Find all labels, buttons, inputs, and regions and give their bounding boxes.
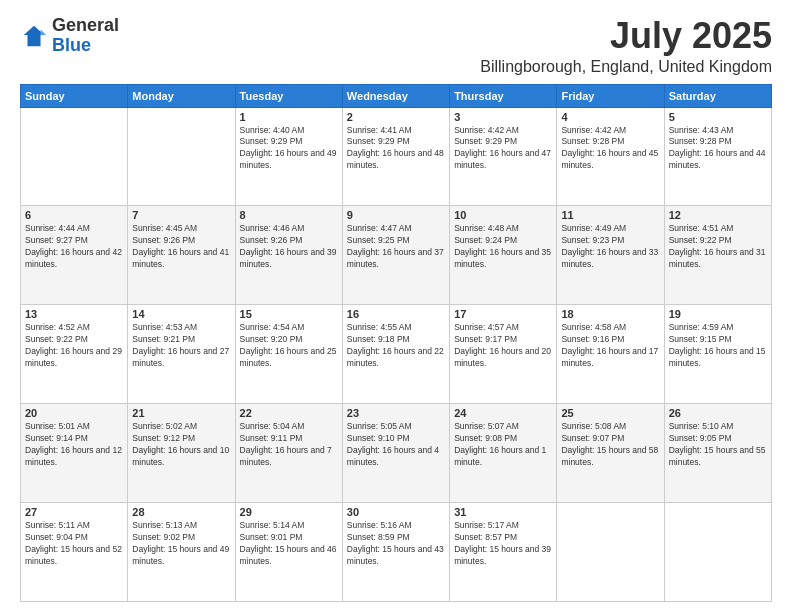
- day-cell: 26Sunrise: 5:10 AMSunset: 9:05 PMDayligh…: [664, 404, 771, 503]
- logo-text: General Blue: [52, 16, 119, 56]
- day-number: 5: [669, 111, 767, 123]
- day-cell: 24Sunrise: 5:07 AMSunset: 9:08 PMDayligh…: [450, 404, 557, 503]
- day-number: 17: [454, 308, 552, 320]
- day-cell: 3Sunrise: 4:42 AMSunset: 9:29 PMDaylight…: [450, 107, 557, 206]
- day-info: Sunrise: 4:54 AMSunset: 9:20 PMDaylight:…: [240, 322, 338, 370]
- day-cell: 11Sunrise: 4:49 AMSunset: 9:23 PMDayligh…: [557, 206, 664, 305]
- day-cell: 1Sunrise: 4:40 AMSunset: 9:29 PMDaylight…: [235, 107, 342, 206]
- day-cell: 7Sunrise: 4:45 AMSunset: 9:26 PMDaylight…: [128, 206, 235, 305]
- day-info: Sunrise: 5:08 AMSunset: 9:07 PMDaylight:…: [561, 421, 659, 469]
- day-cell: 31Sunrise: 5:17 AMSunset: 8:57 PMDayligh…: [450, 503, 557, 602]
- header-row: SundayMondayTuesdayWednesdayThursdayFrid…: [21, 84, 772, 107]
- week-row-5: 27Sunrise: 5:11 AMSunset: 9:04 PMDayligh…: [21, 503, 772, 602]
- logo: General Blue: [20, 16, 119, 56]
- day-number: 3: [454, 111, 552, 123]
- day-number: 18: [561, 308, 659, 320]
- day-info: Sunrise: 4:53 AMSunset: 9:21 PMDaylight:…: [132, 322, 230, 370]
- day-cell: 14Sunrise: 4:53 AMSunset: 9:21 PMDayligh…: [128, 305, 235, 404]
- day-number: 11: [561, 209, 659, 221]
- day-cell: 30Sunrise: 5:16 AMSunset: 8:59 PMDayligh…: [342, 503, 449, 602]
- day-number: 15: [240, 308, 338, 320]
- day-info: Sunrise: 5:11 AMSunset: 9:04 PMDaylight:…: [25, 520, 123, 568]
- logo-general-text: General: [52, 16, 119, 36]
- day-cell: 12Sunrise: 4:51 AMSunset: 9:22 PMDayligh…: [664, 206, 771, 305]
- day-cell: [557, 503, 664, 602]
- day-cell: 6Sunrise: 4:44 AMSunset: 9:27 PMDaylight…: [21, 206, 128, 305]
- day-info: Sunrise: 4:46 AMSunset: 9:26 PMDaylight:…: [240, 223, 338, 271]
- week-row-2: 6Sunrise: 4:44 AMSunset: 9:27 PMDaylight…: [21, 206, 772, 305]
- day-info: Sunrise: 5:16 AMSunset: 8:59 PMDaylight:…: [347, 520, 445, 568]
- calendar-table: SundayMondayTuesdayWednesdayThursdayFrid…: [20, 84, 772, 602]
- day-header-tuesday: Tuesday: [235, 84, 342, 107]
- day-info: Sunrise: 4:45 AMSunset: 9:26 PMDaylight:…: [132, 223, 230, 271]
- day-info: Sunrise: 5:01 AMSunset: 9:14 PMDaylight:…: [25, 421, 123, 469]
- day-number: 31: [454, 506, 552, 518]
- day-number: 28: [132, 506, 230, 518]
- logo-blue-text: Blue: [52, 36, 119, 56]
- day-cell: 19Sunrise: 4:59 AMSunset: 9:15 PMDayligh…: [664, 305, 771, 404]
- day-number: 21: [132, 407, 230, 419]
- day-number: 10: [454, 209, 552, 221]
- week-row-4: 20Sunrise: 5:01 AMSunset: 9:14 PMDayligh…: [21, 404, 772, 503]
- day-cell: 23Sunrise: 5:05 AMSunset: 9:10 PMDayligh…: [342, 404, 449, 503]
- day-info: Sunrise: 5:17 AMSunset: 8:57 PMDaylight:…: [454, 520, 552, 568]
- week-row-1: 1Sunrise: 4:40 AMSunset: 9:29 PMDaylight…: [21, 107, 772, 206]
- day-info: Sunrise: 4:55 AMSunset: 9:18 PMDaylight:…: [347, 322, 445, 370]
- day-info: Sunrise: 4:42 AMSunset: 9:29 PMDaylight:…: [454, 125, 552, 173]
- day-cell: 18Sunrise: 4:58 AMSunset: 9:16 PMDayligh…: [557, 305, 664, 404]
- day-number: 22: [240, 407, 338, 419]
- day-cell: 2Sunrise: 4:41 AMSunset: 9:29 PMDaylight…: [342, 107, 449, 206]
- day-info: Sunrise: 4:57 AMSunset: 9:17 PMDaylight:…: [454, 322, 552, 370]
- day-cell: 27Sunrise: 5:11 AMSunset: 9:04 PMDayligh…: [21, 503, 128, 602]
- day-cell: 5Sunrise: 4:43 AMSunset: 9:28 PMDaylight…: [664, 107, 771, 206]
- day-number: 14: [132, 308, 230, 320]
- day-info: Sunrise: 4:49 AMSunset: 9:23 PMDaylight:…: [561, 223, 659, 271]
- day-number: 30: [347, 506, 445, 518]
- day-info: Sunrise: 4:43 AMSunset: 9:28 PMDaylight:…: [669, 125, 767, 173]
- day-cell: 15Sunrise: 4:54 AMSunset: 9:20 PMDayligh…: [235, 305, 342, 404]
- day-header-thursday: Thursday: [450, 84, 557, 107]
- header: General Blue July 2025 Billingborough, E…: [20, 16, 772, 76]
- day-info: Sunrise: 5:13 AMSunset: 9:02 PMDaylight:…: [132, 520, 230, 568]
- location: Billingborough, England, United Kingdom: [480, 58, 772, 76]
- day-header-wednesday: Wednesday: [342, 84, 449, 107]
- day-cell: 20Sunrise: 5:01 AMSunset: 9:14 PMDayligh…: [21, 404, 128, 503]
- day-cell: 10Sunrise: 4:48 AMSunset: 9:24 PMDayligh…: [450, 206, 557, 305]
- day-number: 25: [561, 407, 659, 419]
- day-cell: 4Sunrise: 4:42 AMSunset: 9:28 PMDaylight…: [557, 107, 664, 206]
- day-number: 2: [347, 111, 445, 123]
- day-info: Sunrise: 5:07 AMSunset: 9:08 PMDaylight:…: [454, 421, 552, 469]
- title-section: July 2025 Billingborough, England, Unite…: [480, 16, 772, 76]
- day-number: 13: [25, 308, 123, 320]
- week-row-3: 13Sunrise: 4:52 AMSunset: 9:22 PMDayligh…: [21, 305, 772, 404]
- svg-marker-1: [41, 29, 47, 35]
- day-number: 1: [240, 111, 338, 123]
- day-info: Sunrise: 5:02 AMSunset: 9:12 PMDaylight:…: [132, 421, 230, 469]
- day-info: Sunrise: 5:10 AMSunset: 9:05 PMDaylight:…: [669, 421, 767, 469]
- day-info: Sunrise: 4:42 AMSunset: 9:28 PMDaylight:…: [561, 125, 659, 173]
- day-info: Sunrise: 4:58 AMSunset: 9:16 PMDaylight:…: [561, 322, 659, 370]
- day-cell: 21Sunrise: 5:02 AMSunset: 9:12 PMDayligh…: [128, 404, 235, 503]
- day-number: 26: [669, 407, 767, 419]
- day-cell: 22Sunrise: 5:04 AMSunset: 9:11 PMDayligh…: [235, 404, 342, 503]
- day-number: 4: [561, 111, 659, 123]
- day-number: 7: [132, 209, 230, 221]
- day-info: Sunrise: 4:47 AMSunset: 9:25 PMDaylight:…: [347, 223, 445, 271]
- month-title: July 2025: [480, 16, 772, 56]
- svg-marker-0: [24, 26, 45, 47]
- day-header-monday: Monday: [128, 84, 235, 107]
- day-number: 29: [240, 506, 338, 518]
- day-cell: 9Sunrise: 4:47 AMSunset: 9:25 PMDaylight…: [342, 206, 449, 305]
- day-number: 9: [347, 209, 445, 221]
- day-number: 16: [347, 308, 445, 320]
- day-header-saturday: Saturday: [664, 84, 771, 107]
- day-number: 19: [669, 308, 767, 320]
- day-info: Sunrise: 4:52 AMSunset: 9:22 PMDaylight:…: [25, 322, 123, 370]
- day-cell: 13Sunrise: 4:52 AMSunset: 9:22 PMDayligh…: [21, 305, 128, 404]
- day-info: Sunrise: 4:40 AMSunset: 9:29 PMDaylight:…: [240, 125, 338, 173]
- day-cell: [128, 107, 235, 206]
- day-info: Sunrise: 4:41 AMSunset: 9:29 PMDaylight:…: [347, 125, 445, 173]
- day-cell: 25Sunrise: 5:08 AMSunset: 9:07 PMDayligh…: [557, 404, 664, 503]
- day-cell: 28Sunrise: 5:13 AMSunset: 9:02 PMDayligh…: [128, 503, 235, 602]
- day-header-sunday: Sunday: [21, 84, 128, 107]
